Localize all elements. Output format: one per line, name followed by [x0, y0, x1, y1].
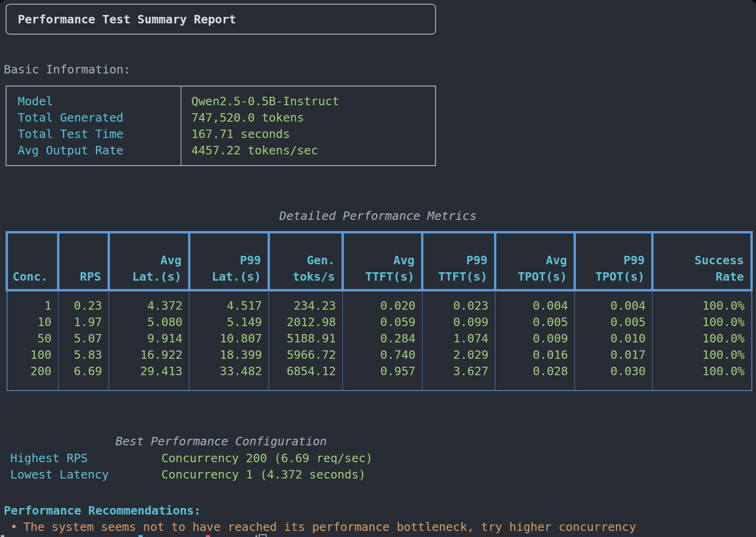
- table-cell: 6854.12: [269, 363, 343, 391]
- table-cell: 9.914: [109, 330, 189, 347]
- column-header-gen-toks-s: Gen. toks/s: [269, 232, 343, 290]
- best-config-row: Highest RPSConcurrency 200 (6.69 req/sec…: [0, 450, 468, 466]
- table-cell: 0.740: [343, 347, 422, 363]
- table-cell: 5.83: [58, 347, 109, 363]
- best-config-title: Best Performance Configuration: [116, 433, 327, 450]
- table-cell: 0.004: [575, 290, 653, 314]
- info-label: Avg Output Rate: [7, 142, 181, 159]
- table-cell: 200: [7, 363, 58, 391]
- table-cell: 5966.72: [269, 347, 343, 363]
- table-cell: 0.023: [422, 290, 495, 314]
- table-cell: 0.099: [422, 314, 495, 330]
- column-header-p99-tpot-s-: P99 TPOT(s): [575, 232, 653, 290]
- table-cell: 10: [7, 314, 58, 330]
- clipped-glyph-top: [206, 535, 210, 537]
- table-cell: 5.07: [58, 330, 109, 347]
- table-cell: 16.922: [109, 347, 189, 363]
- clipped-next-line: [0, 534, 756, 537]
- column-header-conc-: Conc.: [7, 232, 58, 290]
- column-header-rps: RPS: [58, 232, 109, 290]
- column-header-success-rate: Success Rate: [653, 232, 752, 290]
- table-cell: 18.399: [189, 347, 269, 363]
- table-cell: 1.074: [422, 330, 495, 347]
- table-cell: 234.23: [269, 290, 343, 314]
- basic-info-panel: ModelTotal GeneratedTotal Test TimeAvg O…: [6, 86, 436, 166]
- table-cell: 100.0%: [653, 330, 752, 347]
- basic-info-labels-column: ModelTotal GeneratedTotal Test TimeAvg O…: [7, 87, 182, 165]
- report-title: Performance Test Summary Report: [7, 11, 236, 28]
- table-row: 10.234.3724.517234.230.0200.0230.0040.00…: [7, 290, 752, 314]
- report-title-panel: Performance Test Summary Report: [6, 4, 436, 35]
- table-cell: 10.807: [189, 330, 269, 347]
- table-cell: 1.97: [58, 314, 109, 330]
- metrics-table: Conc.RPSAvg Lat.(s)P99 Lat.(s)Gen. toks/…: [6, 231, 753, 391]
- table-cell: 100.0%: [653, 290, 752, 314]
- column-header-p99-lat-s-: P99 Lat.(s): [189, 232, 269, 290]
- info-value: 747,520.0 tokens: [182, 109, 435, 126]
- table-cell: 33.482: [189, 363, 269, 391]
- table-cell: 50: [7, 330, 58, 347]
- table-cell: 5.080: [109, 314, 189, 330]
- table-cell: 0.284: [343, 330, 422, 347]
- table-cell: 0.059: [343, 314, 422, 330]
- best-config-label: Highest RPS: [10, 450, 88, 466]
- table-row: 505.079.91410.8075188.910.2841.0740.0090…: [7, 330, 752, 347]
- table-cell: 29.413: [109, 363, 189, 391]
- basic-info-values-column: Qwen2.5-0.5B-Instruct747,520.0 tokens167…: [182, 87, 435, 165]
- table-cell: 0.009: [495, 330, 575, 347]
- best-config-value: Concurrency 200 (6.69 req/sec): [161, 450, 373, 466]
- column-header-avg-lat-s-: Avg Lat.(s): [109, 232, 189, 290]
- info-label: Model: [7, 93, 181, 109]
- best-config-label: Lowest Latency: [10, 466, 109, 483]
- column-header-avg-tpot-s-: Avg TPOT(s): [495, 232, 575, 290]
- table-cell: 0.028: [495, 363, 575, 391]
- table-cell: 4.372: [109, 290, 189, 314]
- table-row: 2006.6929.41333.4826854.120.9573.6270.02…: [7, 363, 752, 391]
- table-cell: 0.004: [495, 290, 575, 314]
- table-cell: 2012.98: [269, 314, 343, 330]
- recommendations-heading: Performance Recommendations:: [4, 502, 201, 519]
- info-label: Total Test Time: [7, 126, 181, 142]
- table-cell: 100.0%: [653, 314, 752, 330]
- metrics-table-header: Conc.RPSAvg Lat.(s)P99 Lat.(s)Gen. toks/…: [7, 232, 752, 290]
- table-cell: 5.149: [189, 314, 269, 330]
- terminal-cursor: [259, 534, 267, 537]
- table-cell: 6.69: [58, 363, 109, 391]
- table-cell: 0.010: [575, 330, 653, 347]
- table-cell: 100: [7, 347, 58, 363]
- recommendation-text: The system seems not to have reached its…: [23, 519, 636, 535]
- column-header-p99-ttft-s-: P99 TTFT(s): [422, 232, 495, 290]
- table-row: 101.975.0805.1492012.980.0590.0990.0050.…: [7, 314, 752, 330]
- clipped-glyph-top: [138, 535, 143, 537]
- recommendations-list: •The system seems not to have reached it…: [0, 519, 756, 535]
- bullet-icon: •: [10, 519, 17, 535]
- table-cell: 0.957: [343, 363, 422, 391]
- best-config-rows: Highest RPSConcurrency 200 (6.69 req/sec…: [0, 450, 468, 483]
- clipped-glyph-top: [1, 535, 4, 537]
- table-cell: 3.627: [422, 363, 495, 391]
- table-cell: 2.029: [422, 347, 495, 363]
- table-cell: 0.005: [575, 314, 653, 330]
- info-label: Total Generated: [7, 109, 181, 126]
- table-cell: 0.23: [58, 290, 109, 314]
- table-cell: 0.016: [495, 347, 575, 363]
- table-cell: 100.0%: [653, 363, 752, 391]
- terminal-screen[interactable]: Performance Test Summary Report Basic In…: [0, 0, 756, 537]
- best-config-value: Concurrency 1 (4.372 seconds): [161, 466, 366, 483]
- table-cell: 4.517: [189, 290, 269, 314]
- info-value: 167.71 seconds: [182, 126, 435, 142]
- column-header-avg-ttft-s-: Avg TTFT(s): [343, 232, 422, 290]
- table-cell: 5188.91: [269, 330, 343, 347]
- table-cell: 0.005: [495, 314, 575, 330]
- best-config-row: Lowest LatencyConcurrency 1 (4.372 secon…: [0, 466, 468, 483]
- info-value: 4457.22 tokens/sec: [182, 142, 435, 159]
- clipped-glyph-top: [255, 535, 257, 537]
- table-row: 1005.8316.92218.3995966.720.7402.0290.01…: [7, 347, 752, 363]
- recommendation-item: •The system seems not to have reached it…: [0, 519, 756, 535]
- table-cell: 1: [7, 290, 58, 314]
- table-cell: 100.0%: [653, 347, 752, 363]
- basic-info-heading: Basic Information:: [4, 61, 131, 78]
- metrics-table-title: Detailed Performance Metrics: [6, 208, 750, 224]
- table-cell: 0.017: [575, 347, 653, 363]
- info-value: Qwen2.5-0.5B-Instruct: [182, 93, 435, 109]
